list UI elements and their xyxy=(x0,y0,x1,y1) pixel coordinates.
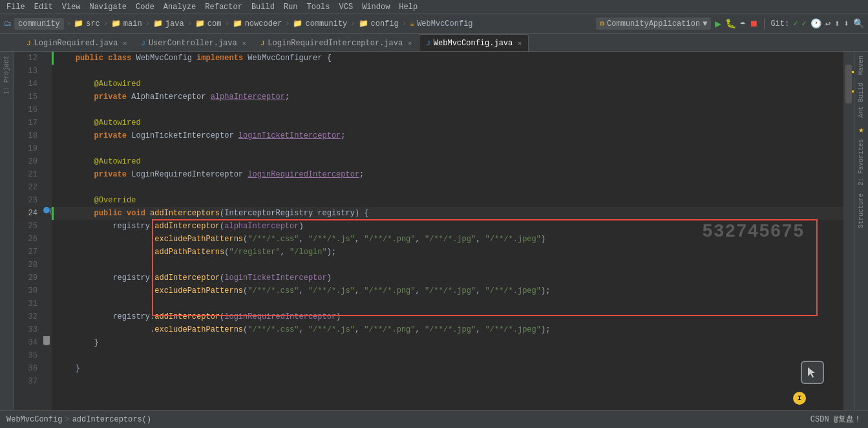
status-class[interactable]: WebMvcConfig xyxy=(6,415,62,424)
code-line-27: .addPathPatterns("/register", "/login"); xyxy=(52,246,843,259)
line-14: 14 xyxy=(14,78,37,91)
line-31: 31 xyxy=(14,297,37,310)
maven-label[interactable]: Maven xyxy=(856,52,866,79)
code-line-14: @Autowired xyxy=(52,78,843,91)
code-line-13 xyxy=(52,65,843,78)
line-12: 12 xyxy=(14,52,37,65)
community-label[interactable]: community xyxy=(14,18,64,30)
src-label[interactable]: src xyxy=(86,19,100,28)
tab-login-interceptor[interactable]: J LoginRequiredInterceptor.java ✕ xyxy=(253,34,419,51)
git-history-icon[interactable]: 🕐 xyxy=(810,18,821,29)
code-line-34: } xyxy=(52,336,843,349)
line-16: 16 xyxy=(14,103,37,116)
line-36: 36 xyxy=(14,362,37,375)
menu-file[interactable]: File xyxy=(3,0,29,14)
menu-vcs[interactable]: VCS xyxy=(335,0,357,14)
toolbar-right: ⚙ CommunityApplication ▼ ▶ 🐛 ☂ ⏹ Git: ✓ … xyxy=(596,17,864,30)
line-33: 33 xyxy=(14,323,37,336)
menu-navigate[interactable]: Navigate xyxy=(85,0,131,14)
menu-view[interactable]: View xyxy=(58,0,85,14)
menu-edit[interactable]: Edit xyxy=(30,0,57,14)
line-25: 25 xyxy=(14,220,37,233)
line-24: 24 xyxy=(14,207,37,220)
line-28: 28 xyxy=(14,259,37,272)
code-line-19 xyxy=(52,142,843,155)
coverage-button[interactable]: ☂ xyxy=(740,18,745,29)
menu-window[interactable]: Window xyxy=(358,0,394,14)
tab-close-login-interceptor[interactable]: ✕ xyxy=(408,39,412,47)
right-scrollbar[interactable] xyxy=(843,52,854,410)
com-icon: 📁 xyxy=(195,19,205,28)
run-button[interactable]: ▶ xyxy=(715,17,721,30)
menu-code[interactable]: Code xyxy=(132,0,158,14)
menu-refactor[interactable]: Refactor xyxy=(201,0,246,14)
git-pull-icon[interactable]: ⬇ xyxy=(844,18,849,29)
code-line-29: registry.addInterceptor(loginTicketInter… xyxy=(52,272,843,284)
line-26: 26 xyxy=(14,233,37,246)
tab-icon-webmvcconfig: J xyxy=(426,39,430,47)
git-check1: ✓ xyxy=(793,19,798,28)
zoom-icon[interactable]: 🔍 xyxy=(853,18,864,29)
tab-login-required[interactable]: J LoginRequired.java ✕ xyxy=(19,34,134,51)
cursor-arrow-icon xyxy=(806,366,819,379)
tab-label-webmvcconfig: WebMvcConfig.java xyxy=(434,39,513,48)
nowcoder-label[interactable]: nowcoder xyxy=(245,19,282,28)
tab-close-webmvcconfig[interactable]: ✕ xyxy=(518,39,522,47)
svg-marker-0 xyxy=(808,367,815,378)
config-label[interactable]: config xyxy=(371,19,399,28)
stop-button[interactable]: ⏹ xyxy=(749,19,758,29)
editor-container: 1: Project 12 13 14 15 16 17 18 19 20 21… xyxy=(0,52,868,410)
menu-help[interactable]: Help xyxy=(395,0,421,14)
line-22: 22 xyxy=(14,181,37,194)
status-method[interactable]: addInterceptors() xyxy=(72,415,151,424)
line-17: 17 xyxy=(14,116,37,129)
code-line-21: private LoginRequiredInterceptor loginRe… xyxy=(52,168,843,181)
project-panel-label[interactable]: 1: Project xyxy=(2,52,12,98)
code-line-22 xyxy=(52,181,843,194)
left-panel: 1: Project xyxy=(0,52,14,410)
com-label[interactable]: com xyxy=(207,19,222,28)
scroll-thumb[interactable] xyxy=(845,65,852,103)
debug-button[interactable]: 🐛 xyxy=(725,18,736,29)
java-label[interactable]: java xyxy=(165,19,184,28)
bookmark-marker xyxy=(43,336,50,345)
code-line-26: .excludePathPatterns("/**/*.css", "/**/*… xyxy=(52,233,843,246)
line-21: 21 xyxy=(14,168,37,181)
menu-analyze[interactable]: Analyze xyxy=(160,0,200,14)
favorites-star: ★ xyxy=(858,124,863,135)
git-check2: ✓ xyxy=(801,19,806,28)
code-line-30: .excludePathPatterns("/**/*.css", "/**/*… xyxy=(52,284,843,297)
git-label: Git: xyxy=(770,19,789,28)
tab-bar: J LoginRequired.java ✕ J UserController.… xyxy=(0,34,868,52)
tab-close-user-controller[interactable]: ✕ xyxy=(242,39,246,47)
ant-build-label[interactable]: Ant Build xyxy=(856,79,866,122)
code-line-17: @Autowired xyxy=(52,116,843,129)
git-push-icon[interactable]: ⬆ xyxy=(834,18,840,29)
status-sep: > xyxy=(65,415,69,424)
code-area[interactable]: 532745675 I public class WebMvcConfig im… xyxy=(52,52,843,410)
status-right: CSDN @复盘！ xyxy=(810,414,862,425)
menu-tools[interactable]: Tools xyxy=(303,0,334,14)
tab-user-controller[interactable]: J UserController.java ✕ xyxy=(134,34,253,51)
community2-label[interactable]: community xyxy=(305,19,347,28)
tab-webmvcconfig[interactable]: J WebMvcConfig.java ✕ xyxy=(419,34,529,51)
webmvcconfig-label[interactable]: WebMvcConfig xyxy=(417,19,472,28)
menu-bar: File Edit View Navigate Code Analyze Ref… xyxy=(0,0,868,14)
structure-label[interactable]: Structure xyxy=(856,189,866,232)
tab-icon-login-interceptor: J xyxy=(260,39,265,47)
line-32: 32 xyxy=(14,310,37,323)
code-line-24: public void addInterceptors(InterceptorR… xyxy=(52,207,843,220)
favorites-label[interactable]: 2: Favorites xyxy=(856,135,866,189)
project-icon: 🗂 xyxy=(4,19,12,28)
toolbar-sep1: › xyxy=(67,19,71,28)
tab-label-user-controller: UserController.java xyxy=(149,39,237,48)
run-config-dropdown[interactable]: ⚙ CommunityApplication ▼ xyxy=(596,17,711,30)
menu-build[interactable]: Build xyxy=(248,0,279,14)
cursor-tool-button[interactable] xyxy=(801,361,824,384)
code-line-36: } xyxy=(52,362,843,375)
menu-run[interactable]: Run xyxy=(280,0,302,14)
git-undo-icon[interactable]: ↩ xyxy=(825,18,831,29)
code-line-12: public class WebMvcConfig implements Web… xyxy=(52,52,843,65)
tab-close-login-required[interactable]: ✕ xyxy=(123,39,127,47)
main-label[interactable]: main xyxy=(123,19,142,28)
